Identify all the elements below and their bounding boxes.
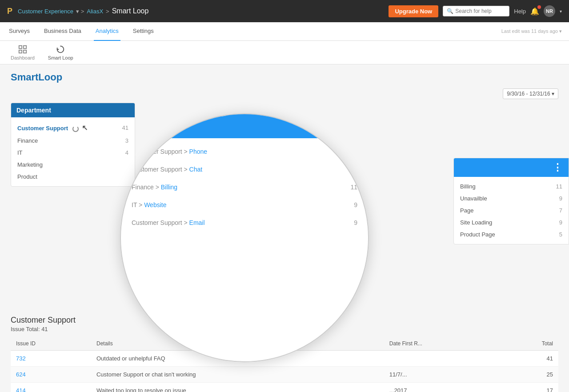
right-card-more-icon[interactable]: ⋮ (553, 162, 563, 173)
issue-total-732: 41 (500, 351, 558, 367)
top-bar-right: Upgrade Now 🔍 Help 🔔 NR ▾ (389, 5, 562, 17)
issue-total-624: 25 (500, 367, 558, 383)
cursor-pointer-icon: ↖ (82, 124, 88, 132)
breadcrumb-sep2: > (106, 8, 109, 15)
breadcrumb-current: Smart Loop (112, 7, 149, 15)
right-row-3[interactable]: Site Loading 9 (454, 216, 569, 228)
department-card-title: Department (16, 107, 51, 114)
date-picker[interactable]: 9/30/16 - 12/31/16 ▾ (503, 88, 558, 99)
dept-name-customer-support: Customer Support ↖ (17, 124, 88, 132)
col-total: Total (500, 337, 558, 351)
right-row-1-name: Unavailble (460, 195, 487, 202)
teams-row-1-label: Customer Support > Chat (132, 166, 202, 173)
teams-row-4-label: Customer Support > Email (132, 219, 205, 226)
right-row-4[interactable]: Product Page 5 (454, 228, 569, 240)
department-card: Department Customer Support ↖ 41 Finance… (11, 103, 135, 187)
issue-details-624: Customer Support or chat isn't working (91, 367, 384, 383)
breadcrumb: Customer Experience ▾ > AliasX > Smart L… (18, 7, 148, 15)
bell-icon[interactable]: 🔔 (530, 7, 539, 16)
svg-rect-0 (19, 46, 22, 48)
issue-date-624: 11/7/... (384, 367, 500, 383)
page-content: SmartLoop 9/30/16 - 12/31/16 ▾ Departmen… (0, 64, 569, 392)
table-row: 624 Customer Support or chat isn't worki… (11, 367, 558, 383)
issue-id-732[interactable]: 732 (11, 351, 91, 367)
table-row: 414 Waited too long to resolve on issue … (11, 383, 558, 392)
issue-date-414: ...2017 (384, 383, 500, 392)
icon-nav-smartloop-label: Smart Loop (48, 55, 73, 60)
department-card-header: Department (11, 103, 135, 117)
right-row-0[interactable]: Billing 11 (454, 180, 569, 192)
icon-nav: Dashboard Smart Loop (0, 41, 569, 64)
teams-row-3[interactable]: IT > Website 9 (121, 196, 368, 214)
dashboard-icon (18, 44, 28, 54)
dept-row-it[interactable]: IT 4 (11, 147, 135, 159)
teams-magnifier-overlay: Teams ⋮ Customer Support > Phone 19 Cust… (120, 113, 369, 362)
icon-nav-dashboard-label: Dashboard (11, 55, 35, 60)
right-row-2-count: 7 (559, 207, 562, 214)
secondary-nav: Surveys Business Data Analytics Settings… (0, 22, 569, 41)
breadcrumb-sep1: ▾ > (76, 8, 84, 15)
right-row-0-count: 11 (556, 183, 562, 190)
teams-row-2-count: 11 (350, 184, 357, 191)
right-row-3-count: 9 (559, 219, 562, 226)
breadcrumb-app[interactable]: Customer Experience (18, 8, 73, 15)
dept-row-finance[interactable]: Finance 3 (11, 135, 135, 147)
nav-business-data[interactable]: Business Data (42, 22, 83, 41)
help-label: Help (514, 8, 526, 15)
dept-name-marketing: Marketing (17, 161, 43, 168)
breadcrumb-alias[interactable]: AliasX (87, 8, 103, 15)
right-row-1[interactable]: Unavailble 9 (454, 192, 569, 204)
issue-id-414[interactable]: 414 (11, 383, 91, 392)
date-row: 9/30/16 - 12/31/16 ▾ (11, 88, 558, 99)
upgrade-button[interactable]: Upgrade Now (389, 5, 438, 17)
last-edit-label: Last edit was 11 days ago ▾ (501, 28, 562, 34)
search-box[interactable]: 🔍 (443, 6, 509, 16)
col-date: Date First R... (384, 337, 500, 351)
issue-total-414: 17 (500, 383, 558, 392)
right-partial-card: ⋮ Billing 11 Unavailble 9 Page 7 Site Lo… (453, 158, 569, 244)
dept-row-customer-support[interactable]: Customer Support ↖ 41 (11, 121, 135, 135)
nav-surveys[interactable]: Surveys (7, 22, 32, 41)
date-range-value: 9/30/16 - 12/31/16 ▾ (507, 91, 554, 97)
teams-row-3-label: IT > Website (132, 201, 166, 208)
teams-row-1[interactable]: Customer Support > Chat 13 (121, 160, 368, 178)
notification-badge (537, 5, 541, 9)
page-title: SmartLoop (11, 72, 558, 83)
right-row-3-name: Site Loading (460, 219, 492, 226)
nav-analytics[interactable]: Analytics (94, 22, 120, 41)
right-card-body: Billing 11 Unavailble 9 Page 7 Site Load… (454, 177, 569, 244)
icon-nav-dashboard[interactable]: Dashboard (11, 44, 35, 60)
search-icon: 🔍 (447, 8, 453, 14)
right-card-header: ⋮ (454, 158, 569, 177)
teams-row-4-count: 9 (354, 219, 357, 226)
right-row-4-name: Product Page (460, 231, 495, 238)
right-row-2[interactable]: Page 7 (454, 204, 569, 216)
right-row-0-name: Billing (460, 183, 476, 190)
dept-count-finance: 3 (125, 137, 128, 144)
dept-row-marketing[interactable]: Marketing (11, 159, 135, 171)
user-avatar[interactable]: NR (544, 5, 555, 17)
dept-row-product[interactable]: Product (11, 171, 135, 183)
top-bar: P Customer Experience ▾ > AliasX > Smart… (0, 0, 569, 22)
teams-row-2[interactable]: Finance > Billing 11 (121, 178, 368, 196)
search-input[interactable] (455, 8, 505, 14)
user-dropdown-arrow[interactable]: ▾ (560, 9, 562, 14)
nav-settings[interactable]: Settings (131, 22, 156, 41)
teams-row-3-count: 9 (354, 201, 357, 208)
dept-count-customer-support: 41 (122, 124, 128, 131)
issue-id-624[interactable]: 624 (11, 367, 91, 383)
icon-nav-smartloop[interactable]: Smart Loop (48, 44, 73, 60)
teams-row-4[interactable]: Customer Support > Email 9 (121, 214, 368, 232)
svg-rect-2 (19, 50, 22, 53)
department-card-body: Customer Support ↖ 41 Finance 3 IT 4 Mar… (11, 117, 135, 186)
svg-rect-1 (24, 46, 26, 48)
issue-date-732 (384, 351, 500, 367)
loading-spinner (72, 126, 79, 132)
right-row-2-name: Page (460, 207, 473, 214)
dept-name-finance: Finance (17, 137, 38, 144)
teams-row-2-label: Finance > Billing (132, 184, 177, 191)
svg-rect-3 (24, 50, 26, 53)
right-row-4-count: 5 (559, 231, 562, 238)
app-logo: P (7, 7, 12, 16)
smartloop-icon (56, 44, 65, 54)
